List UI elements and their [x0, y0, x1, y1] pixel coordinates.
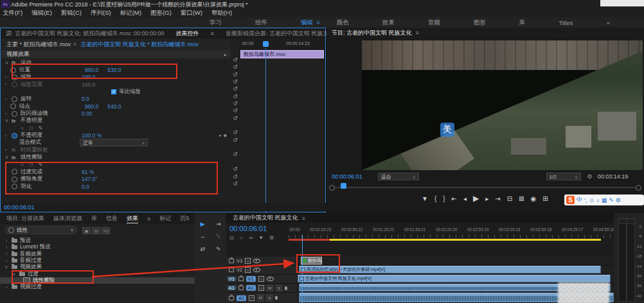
reset-icon[interactable]: ↺ [231, 100, 240, 107]
razor-tool[interactable]: ⟍ [217, 233, 220, 240]
ellipse-mask-icon[interactable]: ○ [21, 125, 24, 131]
stopwatch-icon[interactable] [12, 184, 17, 189]
reset-icon[interactable]: ↺ [231, 78, 240, 85]
ec-current-timecode[interactable]: 00:00:06:01 [4, 204, 35, 211]
emoji-icon[interactable]: ☺ [589, 197, 595, 203]
reset-icon[interactable]: ↺ [231, 129, 240, 136]
tab-project[interactable]: 项目: 分屏效果 [6, 214, 44, 223]
program-scrubber[interactable] [329, 183, 641, 189]
menu-graphics[interactable]: 图形(G) [150, 9, 172, 17]
accelerated-effects-badge-icon[interactable]: ▣ [82, 227, 91, 234]
linked-selection-icon[interactable]: ∞ [249, 235, 253, 241]
reset-icon[interactable]: ↺ [231, 166, 240, 173]
track-visibility-eye-icon[interactable] [253, 268, 260, 272]
32bit-effects-badge-icon[interactable]: 32 [92, 227, 100, 234]
rect-mask-icon[interactable]: □ [30, 125, 33, 131]
lock-icon[interactable] [229, 296, 234, 300]
reset-icon[interactable]: ↺ [231, 107, 240, 114]
stopwatch-icon[interactable] [12, 169, 17, 175]
add-marker-icon[interactable]: ▼ [258, 235, 264, 241]
blend-mode-dropdown[interactable]: 正常 ∨ [80, 139, 148, 146]
sync-lock-icon[interactable]: ⊡ [258, 285, 264, 291]
fx-badge-icon[interactable]: fx [12, 155, 21, 160]
program-playhead-handle[interactable] [341, 183, 346, 189]
track-name-v3[interactable]: V3 [237, 258, 242, 264]
reset-icon[interactable]: ↺ [231, 93, 240, 100]
reset-icon[interactable]: ↺ [231, 64, 240, 71]
track-name-a2[interactable]: A2 [237, 295, 246, 301]
tab-history[interactable]: 历5 [180, 214, 189, 223]
search-value[interactable]: 线性 [17, 227, 67, 234]
effect-opacity-row[interactable]: ∨ fx 不透明度 [1, 117, 231, 125]
reset-icon[interactable]: ↺ [231, 115, 240, 122]
go-to-in-button[interactable]: ⇤ [452, 195, 457, 202]
workspace-tab-libraries[interactable]: 库 [519, 19, 526, 27]
reset-icon[interactable]: ↺ [231, 56, 240, 64]
program-timecode[interactable]: 00:00:06:01 [332, 173, 362, 180]
tab-sequence[interactable]: 古老的中国文明 民族文化 [233, 214, 298, 222]
reset-icon[interactable]: ↺ [231, 137, 240, 144]
workspace-tab-editing[interactable]: 编辑 [301, 19, 313, 27]
menu-clip[interactable]: 剪辑(C) [61, 9, 82, 17]
chevron-down-icon[interactable]: ∨ [5, 60, 12, 65]
lock-icon[interactable] [229, 268, 234, 272]
step-back-button[interactable]: ◂ [463, 195, 467, 202]
keyboard-icon[interactable]: ▦ [602, 197, 607, 203]
voiceover-mic-icon[interactable] [275, 296, 278, 300]
feather-row[interactable]: › 羽化 0.0 [1, 183, 231, 190]
chevron-right-icon[interactable]: › [5, 112, 12, 116]
panel-menu-icon[interactable]: ≡ [416, 30, 419, 36]
keyframe-prev-icon[interactable]: ◂ [219, 133, 221, 138]
ec-clip-bar[interactable]: 航拍鸟瞰城市.mov [240, 50, 324, 58]
sync-lock-icon[interactable]: ⊡ [245, 267, 251, 273]
step-forward-button[interactable]: ▸ [485, 195, 488, 202]
keyframe-add-icon[interactable]: ◆ [224, 133, 227, 138]
anchor-y-value[interactable]: 540.0 [107, 103, 121, 110]
effects-search-input[interactable]: 线性 ✕ [5, 226, 77, 234]
chevron-down-icon[interactable]: ∨ [5, 155, 12, 160]
sync-lock-icon[interactable]: ⊡ [245, 258, 251, 264]
tab-markers[interactable]: 标记 [159, 214, 171, 223]
transition-complete-value[interactable]: 61 % [82, 169, 94, 175]
slip-tool[interactable]: ⇄ [200, 246, 205, 252]
fit-dropdown[interactable]: 适合 ∨ [378, 173, 419, 180]
chevron-right-icon[interactable]: › [5, 184, 12, 189]
workspace-menu-icon[interactable]: ≡ [317, 20, 320, 26]
solo-button[interactable]: S [266, 295, 273, 301]
uniform-scale-row[interactable]: ✓ 等比缩放 [1, 88, 231, 95]
panel-menu-icon[interactable]: ≡ [302, 215, 305, 221]
effect-linear-wipe-row[interactable]: ∨ fx 线性擦除 [1, 153, 231, 160]
video-effects-section-header[interactable]: 视频效果 ▲ [1, 50, 231, 58]
button-editor-button[interactable]: ⊞ [542, 195, 548, 202]
yuv-effects-badge-icon[interactable]: YU [102, 227, 110, 234]
reset-icon[interactable]: ↺ [231, 71, 240, 78]
workspace-tab-titles[interactable]: Titles [559, 19, 573, 26]
mark-out-button[interactable]: } [443, 195, 445, 202]
mute-button[interactable]: M [257, 295, 264, 301]
master-clip-label[interactable]: 主要 * 航拍鸟瞰城市.mov [6, 40, 71, 49]
stopwatch-icon[interactable] [10, 103, 16, 109]
tab-libraries[interactable]: 库 [91, 214, 97, 223]
stopwatch-icon[interactable] [12, 74, 17, 80]
window-controls-area[interactable] [600, 0, 644, 6]
rect-mask-icon[interactable]: □ [30, 162, 33, 168]
scale-value[interactable]: 100.0 [82, 74, 95, 80]
resolution-dropdown[interactable]: 1/2 ∨ [546, 173, 581, 180]
rotation-row[interactable]: › 旋转 0.0 [1, 96, 231, 103]
stopwatch-icon[interactable] [12, 96, 17, 102]
solo-button[interactable]: S [276, 285, 282, 291]
nest-icon[interactable]: ⊡ [229, 235, 234, 241]
source-patch-v1[interactable]: V1 [228, 277, 236, 281]
chevron-right-icon[interactable]: › [5, 75, 12, 80]
ellipse-mask-icon[interactable]: ○ [21, 162, 24, 168]
toolbox-icon[interactable]: ⚙ [616, 197, 621, 203]
chevron-right-icon[interactable]: › [5, 97, 12, 101]
stopwatch-icon[interactable] [12, 111, 17, 117]
position-x-value[interactable]: 960.0 [85, 67, 98, 73]
play-button[interactable]: ▶ [473, 194, 479, 203]
reset-icon[interactable]: ↺ [231, 180, 240, 187]
scale-width-row[interactable]: › 缩放宽度 100.0 [1, 81, 231, 88]
selection-tool[interactable]: ▶ [201, 221, 205, 227]
chevron-right-icon[interactable]: › [5, 177, 12, 182]
sync-lock-icon[interactable]: ⊡ [258, 276, 264, 282]
